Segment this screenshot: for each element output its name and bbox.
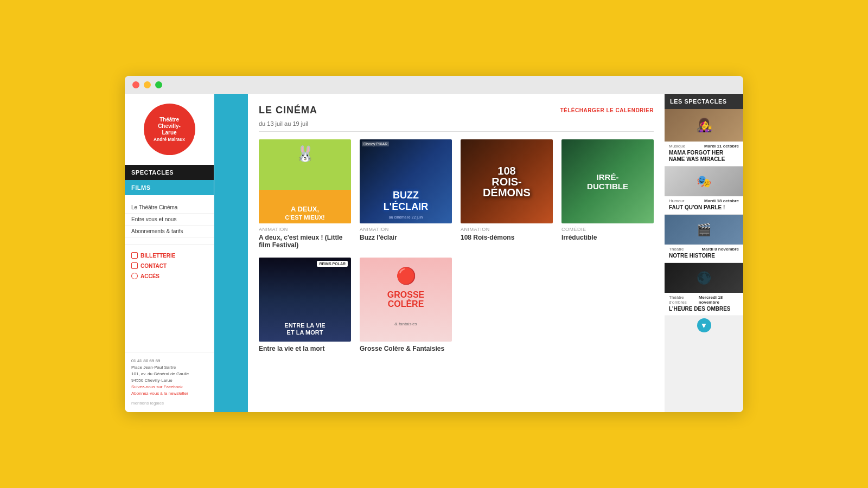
buzz-poster-text: BUZZL'ÉCLAIR bbox=[384, 190, 428, 213]
spectacle-meta-4: Théâtre d'ombres Mercredi 18 novembre bbox=[669, 295, 739, 305]
spectacle-meta-1: Musique Mardi 11 octobre bbox=[669, 144, 739, 149]
spectacle-item-2[interactable]: 🎭 Humour Mardi 18 octobre FAUT QU'ON PAR… bbox=[665, 166, 743, 215]
film-poster-4: IRRÉ-DUCTIBLE bbox=[561, 139, 654, 223]
spectacle-item-3[interactable]: 🎬 Théâtre Mardi 8 novembre NOTRE HISTOIR… bbox=[665, 215, 743, 263]
reims-badge: REIMS POLAR bbox=[317, 261, 348, 267]
maximize-dot[interactable] bbox=[155, 81, 162, 88]
contact-link[interactable]: CONTACT bbox=[131, 262, 207, 269]
sidebar-item-spectacles[interactable]: SPECTACLES bbox=[125, 165, 214, 180]
spectacle-category-3: Théâtre bbox=[669, 247, 684, 252]
mentions-legales[interactable]: mentions légales bbox=[131, 400, 207, 407]
billetterie-label: BILLETTERIE bbox=[141, 253, 175, 259]
spectacle-name-2: FAUT QU'ON PARLE ! bbox=[669, 204, 739, 211]
spectacle-item-4[interactable]: 🌑 Théâtre d'ombres Mercredi 18 novembre … bbox=[665, 263, 743, 316]
sidebar: ThéâtreChevilly-LarueAndré Malraux SPECT… bbox=[125, 94, 214, 412]
film-title-5: Entre la vie et la mort bbox=[259, 345, 351, 352]
film-genre-4: COMÉDIE bbox=[561, 227, 654, 232]
entre-poster-text: ENTRE LA VIEET LA MORT bbox=[284, 322, 325, 336]
disney-badge: Disney·PIXAR bbox=[362, 142, 389, 146]
spectacle-name-1: MAMA FORGOT HER NAME WAS MIRACLE bbox=[669, 150, 739, 163]
spectacle-info-2: Humour Mardi 18 octobre FAUT QU'ON PARLE… bbox=[665, 196, 743, 214]
film-genre-1: ANIMATION bbox=[259, 227, 351, 232]
film-poster-6: 🔴 GROSSECOLÈRE & fantaisies bbox=[360, 258, 452, 342]
grosse-poster-text: GROSSECOLÈRE bbox=[387, 290, 424, 309]
sidebar-item-entre-vous[interactable]: Entre vous et nous bbox=[125, 214, 214, 226]
film-card-2[interactable]: Disney·PIXAR BUZZL'ÉCLAIR au cinéma le 2… bbox=[360, 139, 452, 249]
spectacle-info-3: Théâtre Mardi 8 novembre NOTRE HISTOIRE bbox=[665, 245, 743, 262]
logo[interactable]: ThéâtreChevilly-LarueAndré Malraux bbox=[144, 104, 195, 155]
monster-emoji: 🔴 bbox=[396, 266, 416, 285]
film-card-3[interactable]: 108ROIS-DÉMONS ANIMATION 108 Rois-démons bbox=[461, 139, 553, 249]
film-genre-2: ANIMATION bbox=[360, 227, 452, 232]
film-title-1: A deux, c'est mieux ! (Little film Festi… bbox=[259, 234, 351, 249]
download-calendar-link[interactable]: TÉLÉCHARGER LE CALENDRIER bbox=[560, 107, 654, 113]
acces-label: ACCÈS bbox=[141, 273, 159, 279]
film-title-2: Buzz l'éclair bbox=[360, 234, 452, 241]
right-sidebar: LES SPECTACLES 👩‍🎤 Musique Mardi 11 octo… bbox=[665, 94, 743, 412]
contact-label: CONTACT bbox=[141, 263, 167, 269]
sidebar-item-theatre-cinema[interactable]: Le Théâtre Cinéma bbox=[125, 202, 214, 214]
sidebar-footer: 01 41 80 69 69Place Jean-Paul Sartre101,… bbox=[125, 352, 214, 412]
spectacle-name-4: L'HEURE DES OMBRES bbox=[669, 306, 739, 312]
film-genre-3: ANIMATION bbox=[461, 227, 553, 232]
billetterie-link[interactable]: BILLETTERIE bbox=[131, 252, 207, 259]
spectacle-meta-2: Humour Mardi 18 octobre bbox=[669, 198, 739, 203]
close-dot[interactable] bbox=[132, 81, 139, 88]
rois-poster-text: 108ROIS-DÉMONS bbox=[483, 165, 531, 198]
pin-icon bbox=[131, 273, 138, 279]
spectacle-info-1: Musique Mardi 11 octobre MAMA FORGOT HER… bbox=[665, 142, 743, 166]
spectacle-image-1: 👩‍🎤 bbox=[665, 109, 743, 142]
spectacle-info-4: Théâtre d'ombres Mercredi 18 novembre L'… bbox=[665, 293, 743, 316]
logo-text: ThéâtreChevilly-LarueAndré Malraux bbox=[154, 117, 185, 143]
envelope-icon bbox=[131, 262, 138, 269]
buzz-sub-text: au cinéma le 22 juin bbox=[389, 215, 423, 219]
page-title: LE CINÉMA bbox=[259, 105, 317, 116]
grosse-sub-text: & fantaisies bbox=[394, 322, 417, 326]
spectacle-date-2: Mardi 18 octobre bbox=[704, 198, 739, 203]
blue-accent-column bbox=[214, 94, 248, 412]
spectacle-date-1: Mardi 11 octobre bbox=[704, 144, 739, 149]
spectacle-date-4: Mercredi 18 novembre bbox=[699, 295, 739, 305]
main-header: LE CINÉMA TÉLÉCHARGER LE CALENDRIER bbox=[259, 105, 654, 116]
spectacle-image-2: 🎭 bbox=[665, 166, 743, 196]
newsletter-link[interactable]: Abonnez-vous à la newsletter bbox=[131, 391, 188, 396]
spectacle-category-1: Musique bbox=[669, 144, 685, 149]
film-poster-3: 108ROIS-DÉMONS bbox=[461, 139, 553, 223]
minimize-dot[interactable] bbox=[144, 81, 151, 88]
main-content: LE CINÉMA TÉLÉCHARGER LE CALENDRIER du 1… bbox=[248, 94, 665, 412]
film-card-4[interactable]: IRRÉ-DUCTIBLE COMÉDIE Irréductible bbox=[561, 139, 654, 249]
spectacle-meta-3: Théâtre Mardi 8 novembre bbox=[669, 247, 739, 252]
spectacle-name-3: NOTRE HISTOIRE bbox=[669, 253, 739, 259]
right-sidebar-title: LES SPECTACLES bbox=[665, 94, 743, 109]
facebook-link[interactable]: Suivez-nous sur Facebook bbox=[131, 384, 183, 389]
logo-area: ThéâtreChevilly-LarueAndré Malraux bbox=[125, 94, 214, 165]
film-title-6: Grosse Colère & Fantaisies bbox=[360, 345, 452, 352]
film-poster-5: REIMS POLAR ENTRE LA VIEET LA MORT bbox=[259, 258, 351, 342]
film-card-1[interactable]: A DEUX,c'est mieux! 🐰 ANIMATION A deux, … bbox=[259, 139, 351, 249]
films-grid: A DEUX,c'est mieux! 🐰 ANIMATION A deux, … bbox=[259, 139, 654, 352]
film-1-banner: A DEUX,c'est mieux! bbox=[259, 203, 351, 223]
film-card-5[interactable]: REIMS POLAR ENTRE LA VIEET LA MORT Entre… bbox=[259, 258, 351, 352]
sidebar-item-abonnements[interactable]: Abonnements & tarifs bbox=[125, 226, 214, 237]
spectacle-item-1[interactable]: 👩‍🎤 Musique Mardi 11 octobre MAMA FORGOT… bbox=[665, 109, 743, 166]
scroll-down-button[interactable]: ▼ bbox=[697, 318, 711, 332]
ticket-icon bbox=[131, 252, 138, 259]
film-title-4: Irréductible bbox=[561, 234, 654, 241]
sidebar-action-links: BILLETTERIE CONTACT ACCÈS bbox=[125, 245, 214, 287]
spectacle-image-3: 🎬 bbox=[665, 215, 743, 245]
film-title-3: 108 Rois-démons bbox=[461, 234, 553, 241]
browser-window: ThéâtreChevilly-LarueAndré Malraux SPECT… bbox=[125, 76, 743, 412]
spectacle-image-4: 🌑 bbox=[665, 263, 743, 293]
film-card-6[interactable]: 🔴 GROSSECOLÈRE & fantaisies Grosse Colèr… bbox=[360, 258, 452, 352]
sidebar-item-films[interactable]: FILMS bbox=[125, 180, 214, 195]
address: 01 41 80 69 69Place Jean-Paul Sartre101,… bbox=[131, 358, 207, 397]
spectacle-category-4: Théâtre d'ombres bbox=[669, 295, 699, 305]
spectacle-date-3: Mardi 8 novembre bbox=[702, 247, 739, 252]
irr-poster-text: IRRÉ-DUCTIBLE bbox=[587, 172, 628, 191]
acces-link[interactable]: ACCÈS bbox=[131, 273, 207, 279]
sub-navigation: Le Théâtre Cinéma Entre vous et nous Abo… bbox=[125, 195, 214, 245]
browser-body: ThéâtreChevilly-LarueAndré Malraux SPECT… bbox=[125, 94, 743, 412]
date-range: du 13 juil au 19 juil bbox=[259, 120, 654, 132]
film-poster-1: A DEUX,c'est mieux! 🐰 bbox=[259, 139, 351, 223]
browser-chrome bbox=[125, 76, 743, 94]
